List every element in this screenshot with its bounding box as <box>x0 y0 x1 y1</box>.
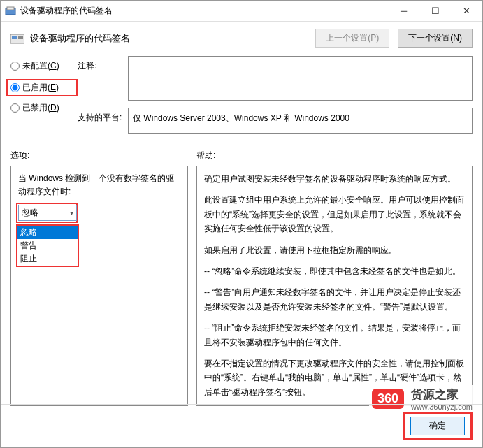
footer-row: 确定 <box>1 404 482 440</box>
window-title: 设备驱动程序的代码签名 <box>20 5 388 17</box>
help-p5: -- “警告”向用户通知未经数字签名的文件，并让用户决定是停止安装还是继续安装以… <box>204 285 465 314</box>
platform-value: 仅 Windows Server 2003、Windows XP 和 Windo… <box>128 108 473 134</box>
signing-action-select[interactable]: 忽略 ▾ <box>18 205 77 221</box>
svg-rect-3 <box>12 36 17 39</box>
chevron-down-icon: ▾ <box>70 209 73 217</box>
option-ignore[interactable]: 忽略 <box>17 226 78 239</box>
policy-icon <box>10 32 24 45</box>
header-row: 设备驱动程序的代码签名 上一个设置(P) 下一个设置(N) <box>1 22 482 53</box>
svg-rect-1 <box>7 7 14 10</box>
app-icon <box>5 6 16 17</box>
platform-label: 支持的平台: <box>78 108 128 134</box>
prev-setting-button: 上一个设置(P) <box>315 29 389 48</box>
close-button[interactable]: ✕ <box>451 1 482 21</box>
radio-group: 未配置(C) 已启用(E) 已禁用(D) <box>10 56 78 141</box>
watermark-brand: 货源之家 <box>411 386 473 403</box>
titlebar: 设备驱动程序的代码签名 ─ ☐ ✕ <box>1 1 482 22</box>
radio-disabled[interactable]: 已禁用(D) <box>10 102 78 114</box>
next-setting-button[interactable]: 下一个设置(N) <box>398 29 473 48</box>
comment-input[interactable] <box>128 56 473 101</box>
radio-disabled-label: 已禁用(D) <box>22 102 59 114</box>
radio-disabled-input[interactable] <box>10 103 20 113</box>
help-p3: 如果启用了此设置，请使用下拉框指定所需的响应。 <box>204 243 465 257</box>
page-title: 设备驱动程序的代码签名 <box>30 32 315 45</box>
radio-enabled-label: 已启用(E) <box>22 82 59 94</box>
radio-not-configured[interactable]: 未配置(C) <box>10 60 78 72</box>
svg-rect-4 <box>18 36 23 39</box>
option-warn[interactable]: 警告 <box>17 239 78 252</box>
help-p6: -- “阻止”命令系统拒绝安装未经签名的文件。结果是，安装将停止，而且将不安装驱… <box>204 321 465 349</box>
minimize-button[interactable]: ─ <box>388 1 419 21</box>
options-panel: 当 Windows 检测到一个没有数字签名的驱动程序文件时: 忽略 ▾ 忽略 警… <box>10 166 188 406</box>
signing-action-dropdown: 忽略 警告 阻止 <box>16 224 79 267</box>
help-section-label: 帮助: <box>196 150 215 161</box>
signing-action-selected: 忽略 <box>22 207 38 219</box>
help-p1: 确定用户试图安装未经数字签名的设备驱动程序时系统的响应方式。 <box>204 172 465 186</box>
dialog-window: 设备驱动程序的代码签名 ─ ☐ ✕ 设备驱动程序的代码签名 上一个设置(P) 下… <box>0 0 483 448</box>
help-p4: -- “忽略”命令系统继续安装，即使其中包含未经签名的文件也是如此。 <box>204 264 465 278</box>
option-block[interactable]: 阻止 <box>17 252 78 266</box>
help-panel: 确定用户试图安装未经数字签名的设备驱动程序时系统的响应方式。 此设置建立组中用户… <box>196 166 473 406</box>
radio-enabled-input[interactable] <box>10 83 20 92</box>
maximize-button[interactable]: ☐ <box>419 1 451 21</box>
comment-label: 注释: <box>78 56 128 101</box>
radio-not-configured-label: 未配置(C) <box>22 60 59 72</box>
ok-button[interactable]: 确定 <box>410 417 465 435</box>
radio-enabled[interactable]: 已启用(E) <box>6 79 78 96</box>
options-section-label: 选项: <box>10 150 196 161</box>
radio-not-configured-input[interactable] <box>10 62 20 71</box>
help-p2: 此设置建立组中用户系统上允许的最小安全响应。用户可以使用控制面板中的“系统”选择… <box>204 193 465 236</box>
options-description: 当 Windows 检测到一个没有数字签名的驱动程序文件时: <box>18 172 180 198</box>
